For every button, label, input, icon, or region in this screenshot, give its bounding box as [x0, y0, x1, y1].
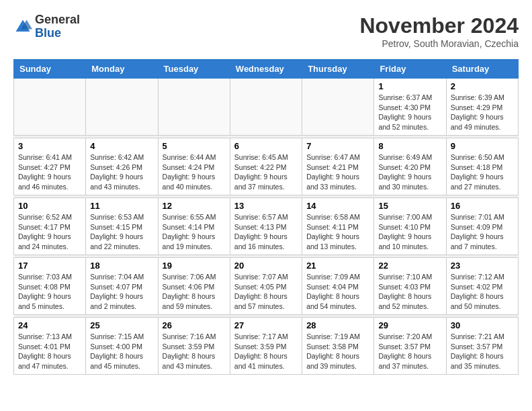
calendar-week-2: 3Sunrise: 6:41 AMSunset: 4:27 PMDaylight…	[14, 138, 519, 195]
calendar-cell	[302, 79, 374, 136]
calendar-cell	[86, 79, 158, 136]
calendar-cell: 21Sunrise: 7:09 AMSunset: 4:04 PMDayligh…	[302, 258, 374, 315]
day-info: Sunrise: 6:45 AMSunset: 4:22 PMDaylight:…	[234, 152, 298, 192]
calendar-cell: 23Sunrise: 7:12 AMSunset: 4:02 PMDayligh…	[446, 258, 518, 315]
calendar-cell: 11Sunrise: 6:53 AMSunset: 4:15 PMDayligh…	[86, 198, 158, 255]
day-number: 25	[90, 320, 153, 330]
calendar-cell: 1Sunrise: 6:37 AMSunset: 4:30 PMDaylight…	[374, 79, 446, 136]
day-info: Sunrise: 6:37 AMSunset: 4:30 PMDaylight:…	[378, 93, 441, 132]
day-info: Sunrise: 7:17 AMSunset: 3:59 PMDaylight:…	[234, 332, 298, 371]
weekday-header-tuesday: Tuesday	[158, 60, 230, 79]
day-number: 15	[378, 201, 441, 211]
calendar-cell: 26Sunrise: 7:16 AMSunset: 3:59 PMDayligh…	[158, 318, 230, 375]
calendar-cell: 30Sunrise: 7:21 AMSunset: 3:57 PMDayligh…	[446, 318, 518, 375]
weekday-header-wednesday: Wednesday	[230, 60, 302, 79]
logo-icon	[13, 17, 32, 36]
calendar-cell: 8Sunrise: 6:49 AMSunset: 4:20 PMDaylight…	[374, 138, 446, 195]
calendar-cell: 10Sunrise: 6:52 AMSunset: 4:17 PMDayligh…	[14, 198, 86, 255]
day-info: Sunrise: 6:41 AMSunset: 4:27 PMDaylight:…	[18, 152, 81, 192]
day-info: Sunrise: 6:52 AMSunset: 4:17 PMDaylight:…	[18, 212, 81, 252]
day-number: 30	[451, 320, 514, 330]
calendar-cell: 3Sunrise: 6:41 AMSunset: 4:27 PMDaylight…	[14, 138, 86, 195]
day-info: Sunrise: 6:58 AMSunset: 4:11 PMDaylight:…	[306, 212, 369, 252]
day-info: Sunrise: 7:16 AMSunset: 3:59 PMDaylight:…	[163, 332, 226, 371]
weekday-header-saturday: Saturday	[446, 60, 518, 79]
calendar-cell: 13Sunrise: 6:57 AMSunset: 4:13 PMDayligh…	[230, 198, 302, 255]
calendar-cell: 6Sunrise: 6:45 AMSunset: 4:22 PMDaylight…	[230, 138, 302, 195]
day-number: 11	[90, 201, 153, 211]
day-info: Sunrise: 7:09 AMSunset: 4:04 PMDaylight:…	[306, 272, 369, 312]
day-number: 5	[163, 141, 226, 151]
calendar-week-1: 1Sunrise: 6:37 AMSunset: 4:30 PMDaylight…	[14, 79, 519, 136]
day-number: 17	[18, 261, 81, 271]
day-info: Sunrise: 6:50 AMSunset: 4:18 PMDaylight:…	[451, 152, 514, 192]
calendar-cell: 9Sunrise: 6:50 AMSunset: 4:18 PMDaylight…	[446, 138, 518, 195]
calendar-cell	[230, 79, 302, 136]
day-info: Sunrise: 7:06 AMSunset: 4:06 PMDaylight:…	[163, 272, 226, 312]
day-info: Sunrise: 7:19 AMSunset: 3:58 PMDaylight:…	[306, 332, 369, 371]
calendar-cell: 17Sunrise: 7:03 AMSunset: 4:08 PMDayligh…	[14, 258, 86, 315]
day-number: 13	[234, 201, 298, 211]
day-info: Sunrise: 6:49 AMSunset: 4:20 PMDaylight:…	[378, 152, 441, 192]
calendar-cell: 12Sunrise: 6:55 AMSunset: 4:14 PMDayligh…	[158, 198, 230, 255]
day-info: Sunrise: 7:13 AMSunset: 4:01 PMDaylight:…	[18, 332, 81, 371]
calendar-cell: 28Sunrise: 7:19 AMSunset: 3:58 PMDayligh…	[302, 318, 374, 375]
logo: General Blue	[13, 13, 80, 40]
day-info: Sunrise: 7:12 AMSunset: 4:02 PMDaylight:…	[451, 272, 514, 312]
weekday-header-thursday: Thursday	[302, 60, 374, 79]
day-info: Sunrise: 6:39 AMSunset: 4:29 PMDaylight:…	[451, 93, 514, 132]
calendar-cell	[14, 79, 86, 136]
day-info: Sunrise: 7:04 AMSunset: 4:07 PMDaylight:…	[90, 272, 153, 312]
day-number: 7	[306, 141, 369, 151]
day-number: 9	[451, 141, 514, 151]
calendar-cell: 18Sunrise: 7:04 AMSunset: 4:07 PMDayligh…	[86, 258, 158, 315]
day-number: 28	[306, 320, 369, 330]
day-number: 22	[378, 261, 441, 271]
calendar-cell: 2Sunrise: 6:39 AMSunset: 4:29 PMDaylight…	[446, 79, 518, 136]
day-number: 14	[306, 201, 369, 211]
day-number: 20	[234, 261, 298, 271]
day-info: Sunrise: 6:55 AMSunset: 4:14 PMDaylight:…	[163, 212, 226, 252]
day-number: 21	[306, 261, 369, 271]
calendar-cell: 29Sunrise: 7:20 AMSunset: 3:57 PMDayligh…	[374, 318, 446, 375]
logo-blue: Blue	[35, 27, 80, 40]
calendar-week-4: 17Sunrise: 7:03 AMSunset: 4:08 PMDayligh…	[14, 258, 519, 315]
day-number: 23	[451, 261, 514, 271]
weekday-header-friday: Friday	[374, 60, 446, 79]
day-number: 16	[451, 201, 514, 211]
day-info: Sunrise: 7:00 AMSunset: 4:10 PMDaylight:…	[378, 212, 441, 252]
day-number: 18	[90, 261, 153, 271]
day-number: 12	[163, 201, 226, 211]
title-area: November 2024 Petrov, South Moravian, Cz…	[359, 13, 519, 49]
day-info: Sunrise: 6:57 AMSunset: 4:13 PMDaylight:…	[234, 212, 298, 252]
day-number: 29	[378, 320, 441, 330]
day-number: 24	[18, 320, 81, 330]
day-number: 4	[90, 141, 153, 151]
logo-general: General	[35, 13, 80, 27]
day-info: Sunrise: 7:03 AMSunset: 4:08 PMDaylight:…	[18, 272, 81, 312]
day-info: Sunrise: 7:20 AMSunset: 3:57 PMDaylight:…	[378, 332, 441, 371]
day-number: 27	[234, 320, 298, 330]
day-info: Sunrise: 7:21 AMSunset: 3:57 PMDaylight:…	[451, 332, 514, 371]
calendar-cell: 25Sunrise: 7:15 AMSunset: 4:00 PMDayligh…	[86, 318, 158, 375]
day-number: 26	[163, 320, 226, 330]
day-info: Sunrise: 6:44 AMSunset: 4:24 PMDaylight:…	[163, 152, 226, 192]
day-info: Sunrise: 7:10 AMSunset: 4:03 PMDaylight:…	[378, 272, 441, 312]
day-info: Sunrise: 6:47 AMSunset: 4:21 PMDaylight:…	[306, 152, 369, 192]
day-number: 19	[163, 261, 226, 271]
calendar-table: SundayMondayTuesdayWednesdayThursdayFrid…	[13, 59, 519, 375]
day-info: Sunrise: 6:42 AMSunset: 4:26 PMDaylight:…	[90, 152, 153, 192]
day-info: Sunrise: 7:07 AMSunset: 4:05 PMDaylight:…	[234, 272, 298, 312]
calendar-cell: 27Sunrise: 7:17 AMSunset: 3:59 PMDayligh…	[230, 318, 302, 375]
calendar-cell: 20Sunrise: 7:07 AMSunset: 4:05 PMDayligh…	[230, 258, 302, 315]
calendar-week-5: 24Sunrise: 7:13 AMSunset: 4:01 PMDayligh…	[14, 318, 519, 375]
calendar-cell: 4Sunrise: 6:42 AMSunset: 4:26 PMDaylight…	[86, 138, 158, 195]
day-info: Sunrise: 6:53 AMSunset: 4:15 PMDaylight:…	[90, 212, 153, 252]
calendar-cell	[158, 79, 230, 136]
day-info: Sunrise: 7:01 AMSunset: 4:09 PMDaylight:…	[451, 212, 514, 252]
day-number: 8	[378, 141, 441, 151]
day-number: 3	[18, 141, 81, 151]
location-subtitle: Petrov, South Moravian, Czechia	[359, 38, 519, 49]
weekday-header-row: SundayMondayTuesdayWednesdayThursdayFrid…	[14, 60, 519, 79]
weekday-header-sunday: Sunday	[14, 60, 86, 79]
